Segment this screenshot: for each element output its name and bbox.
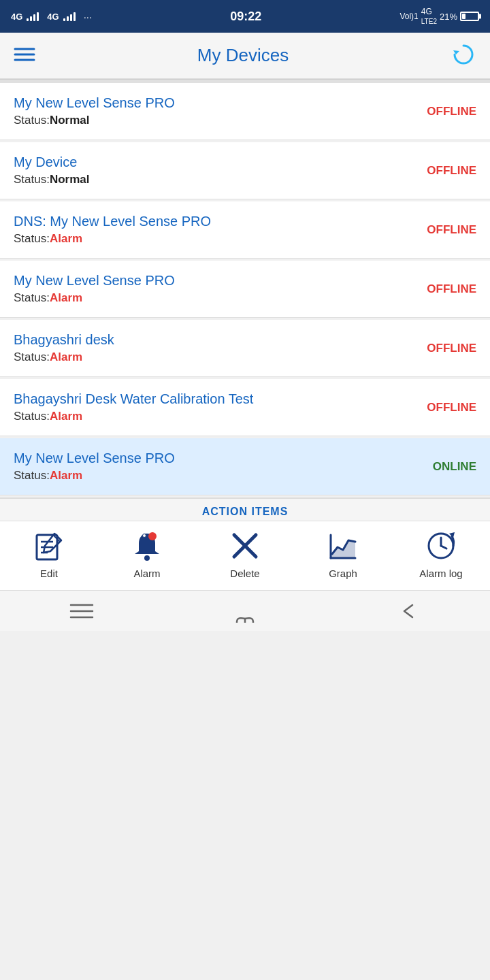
connection-status: OFFLINE bbox=[427, 105, 476, 118]
status-value: Alarm bbox=[50, 410, 82, 423]
device-name: My New Level Sense PRO bbox=[14, 451, 433, 466]
signal-bars-2 bbox=[63, 12, 76, 21]
status-value: Alarm bbox=[50, 469, 82, 482]
device-status: Status:Alarm bbox=[14, 410, 427, 423]
bottom-nav bbox=[0, 590, 490, 631]
nav-back-icon[interactable] bbox=[388, 598, 429, 625]
delete-x-icon bbox=[227, 528, 263, 564]
status-value: Alarm bbox=[50, 350, 82, 363]
connection-status: OFFLINE bbox=[427, 223, 476, 237]
status-bar: 4G 4G ··· 09:22 Vol)1 4GLTE2 21% bbox=[0, 0, 490, 33]
device-name: Bhagyashri desk bbox=[14, 332, 427, 348]
device-card-left: My New Level Sense PRO Status:Alarm bbox=[14, 451, 433, 483]
status-label: Status: bbox=[14, 291, 50, 304]
device-status: Status:Normal bbox=[14, 173, 427, 186]
status-label: Status: bbox=[14, 173, 50, 186]
alarm-button[interactable]: Alarm bbox=[120, 528, 174, 579]
battery-icon bbox=[460, 12, 479, 21]
page-title: My Devices bbox=[197, 45, 289, 66]
device-status: Status:Alarm bbox=[14, 469, 433, 483]
signal-4g-1: 4G bbox=[11, 12, 22, 22]
device-name: My New Level Sense PRO bbox=[14, 95, 427, 111]
device-card[interactable]: My Device Status:Normal OFFLINE bbox=[0, 142, 490, 199]
status-label: Status: bbox=[14, 350, 50, 363]
svg-point-11 bbox=[148, 532, 157, 540]
signal-4g-2: 4G bbox=[47, 12, 59, 22]
alarm-label: Alarm bbox=[133, 568, 160, 579]
edit-button[interactable]: Edit bbox=[22, 528, 76, 579]
device-card-left: My New Level Sense PRO Status:Alarm bbox=[14, 273, 427, 305]
device-card-left: Bhagyashri desk Status:Alarm bbox=[14, 332, 427, 364]
status-label: Status: bbox=[14, 114, 50, 127]
alarm-log-icon bbox=[423, 528, 459, 564]
status-label: Status: bbox=[14, 232, 50, 245]
status-value: Normal bbox=[50, 173, 90, 186]
dots-more: ··· bbox=[84, 11, 93, 22]
delete-button[interactable]: Delete bbox=[218, 528, 272, 579]
delete-label: Delete bbox=[230, 568, 259, 579]
connection-status: ONLINE bbox=[433, 460, 476, 474]
graph-chart-icon bbox=[325, 528, 361, 564]
device-name: Bhagayshri Desk Water Calibration Test bbox=[14, 391, 427, 407]
graph-label: Graph bbox=[329, 568, 357, 579]
device-card[interactable]: Bhagayshri Desk Water Calibration Test S… bbox=[0, 379, 490, 436]
action-items-bar: ACTION ITEMS bbox=[0, 497, 490, 521]
device-list: My New Level Sense PRO Status:Normal OFF… bbox=[0, 83, 490, 495]
device-card[interactable]: My New Level Sense PRO Status:Alarm OFFL… bbox=[0, 261, 490, 318]
device-name: My New Level Sense PRO bbox=[14, 273, 427, 289]
connection-status: OFFLINE bbox=[427, 401, 476, 414]
nav-home-icon[interactable] bbox=[225, 598, 265, 625]
alarm-log-label: Alarm log bbox=[419, 568, 462, 579]
device-status: Status:Normal bbox=[14, 114, 427, 127]
status-value: Alarm bbox=[50, 291, 82, 304]
connection-status: OFFLINE bbox=[427, 342, 476, 355]
lte-indicator: 4GLTE2 bbox=[421, 7, 437, 26]
svg-point-10 bbox=[143, 534, 146, 538]
nav-menu-icon[interactable] bbox=[61, 598, 102, 625]
graph-button[interactable]: Graph bbox=[316, 528, 370, 579]
device-card-left: My New Level Sense PRO Status:Normal bbox=[14, 95, 427, 127]
hamburger-menu-icon[interactable] bbox=[14, 44, 35, 68]
alarm-bell-icon bbox=[129, 528, 165, 564]
signal-bars-1 bbox=[27, 12, 39, 21]
app-bar: My Devices bbox=[0, 33, 490, 79]
status-value: Alarm bbox=[50, 232, 82, 245]
vol-indicator: Vol)1 bbox=[399, 12, 418, 21]
action-items-label: ACTION ITEMS bbox=[202, 506, 289, 517]
device-name: DNS: My New Level Sense PRO bbox=[14, 214, 427, 229]
action-buttons-container: Edit Alarm Delete bbox=[0, 521, 490, 590]
device-status: Status:Alarm bbox=[14, 350, 427, 364]
status-value: Normal bbox=[50, 114, 90, 127]
status-bar-left: 4G 4G ··· bbox=[11, 11, 92, 22]
status-bar-right: Vol)1 4GLTE2 21% bbox=[399, 7, 479, 26]
device-card[interactable]: Bhagyashri desk Status:Alarm OFFLINE bbox=[0, 320, 490, 377]
edit-label: Edit bbox=[40, 568, 58, 579]
device-card-selected[interactable]: My New Level Sense PRO Status:Alarm ONLI… bbox=[0, 438, 490, 495]
alarm-log-button[interactable]: Alarm log bbox=[414, 528, 468, 579]
device-name: My Device bbox=[14, 154, 427, 170]
device-status: Status:Alarm bbox=[14, 291, 427, 305]
device-card[interactable]: My New Level Sense PRO Status:Normal OFF… bbox=[0, 83, 490, 140]
device-card-left: My Device Status:Normal bbox=[14, 154, 427, 186]
device-status: Status:Alarm bbox=[14, 232, 427, 246]
refresh-button[interactable] bbox=[451, 42, 476, 70]
status-label: Status: bbox=[14, 410, 50, 423]
connection-status: OFFLINE bbox=[427, 164, 476, 178]
svg-point-9 bbox=[144, 555, 150, 561]
battery-percent: 21% bbox=[440, 12, 457, 22]
device-card-left: DNS: My New Level Sense PRO Status:Alarm bbox=[14, 214, 427, 246]
status-label: Status: bbox=[14, 469, 50, 482]
edit-icon bbox=[31, 528, 67, 564]
device-card[interactable]: DNS: My New Level Sense PRO Status:Alarm… bbox=[0, 201, 490, 259]
device-card-left: Bhagayshri Desk Water Calibration Test S… bbox=[14, 391, 427, 423]
connection-status: OFFLINE bbox=[427, 282, 476, 296]
status-bar-time: 09:22 bbox=[230, 10, 261, 24]
